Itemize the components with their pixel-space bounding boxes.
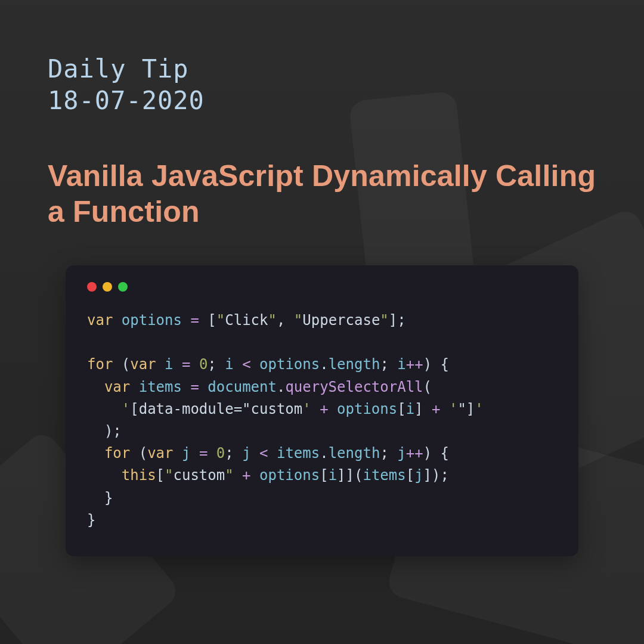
kicker: Daily Tip 18-07-2020: [48, 54, 596, 116]
window-dot-green-icon: [118, 282, 128, 292]
code-block: var options = ["Click", "Uppercase"]; fo…: [87, 309, 557, 531]
window-dot-red-icon: [87, 282, 97, 292]
page-title: Vanilla JavaScript Dynamically Calling a…: [48, 158, 596, 230]
window-dots: [87, 282, 557, 292]
card-content: Daily Tip 18-07-2020 Vanilla JavaScript …: [0, 0, 644, 556]
window-dot-yellow-icon: [103, 282, 112, 292]
code-window: var options = ["Click", "Uppercase"]; fo…: [66, 265, 578, 556]
kicker-line-1: Daily Tip: [48, 54, 596, 85]
kicker-line-2: 18-07-2020: [48, 85, 596, 117]
